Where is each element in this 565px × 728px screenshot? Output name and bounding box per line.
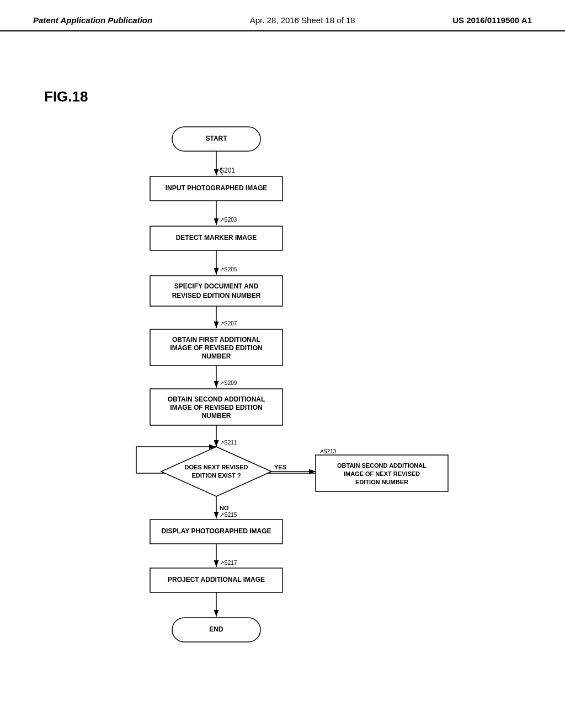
svg-text:INPUT PHOTOGRAPHED IMAGE: INPUT PHOTOGRAPHED IMAGE (166, 184, 267, 192)
svg-text:DETECT MARKER IMAGE: DETECT MARKER IMAGE (176, 234, 257, 242)
svg-text:IMAGE OF NEXT REVISED: IMAGE OF NEXT REVISED (344, 470, 420, 477)
svg-text:END: END (209, 625, 223, 633)
svg-text:↗S205: ↗S205 (220, 266, 237, 272)
svg-text:NUMBER: NUMBER (202, 412, 231, 420)
svg-text:REVISED EDITION NUMBER: REVISED EDITION NUMBER (172, 292, 261, 299)
svg-text:↗S215: ↗S215 (220, 512, 237, 518)
svg-text:↗S207: ↗S207 (220, 320, 237, 326)
page-header: Patent Application Publication Apr. 28, … (0, 0, 565, 31)
header-publication: Patent Application Publication (33, 15, 152, 25)
fig-label: FIG.18 (44, 88, 88, 105)
svg-text:↗S213: ↗S213 (319, 448, 337, 454)
svg-text:START: START (205, 135, 227, 142)
svg-text:↗S217: ↗S217 (220, 560, 237, 566)
svg-text:YES: YES (274, 464, 286, 470)
svg-text:DOES NEXT REVISED: DOES NEXT REVISED (185, 464, 248, 470)
svg-text:↗: ↗ (218, 166, 222, 172)
svg-text:EDITION EXIST ?: EDITION EXIST ? (191, 472, 241, 479)
svg-text:EDITION NUMBER: EDITION NUMBER (355, 479, 408, 485)
flowchart: START S201 ↗ INPUT PHOTOGRAPHED IMAGE ↗S… (0, 116, 565, 700)
svg-text:IMAGE OF REVISED EDITION: IMAGE OF REVISED EDITION (170, 404, 262, 411)
svg-text:OBTAIN SECOND ADDITIONAL: OBTAIN SECOND ADDITIONAL (337, 462, 427, 469)
svg-text:↗S211: ↗S211 (220, 440, 237, 446)
svg-text:NUMBER: NUMBER (202, 352, 231, 360)
svg-text:PROJECT ADDITIONAL IMAGE: PROJECT ADDITIONAL IMAGE (168, 576, 265, 584)
svg-text:↗S209: ↗S209 (220, 380, 237, 386)
header-date-sheet: Apr. 28, 2016 Sheet 18 of 18 (250, 15, 355, 25)
svg-text:↗S203: ↗S203 (220, 217, 237, 223)
svg-rect-14 (150, 276, 282, 306)
svg-text:DISPLAY PHOTOGRAPHED IMAGE: DISPLAY PHOTOGRAPHED IMAGE (161, 527, 271, 535)
header-patent-number: US 2016/0119500 A1 (452, 15, 532, 25)
svg-text:OBTAIN FIRST ADDITIONAL: OBTAIN FIRST ADDITIONAL (172, 336, 260, 344)
svg-text:SPECIFY DOCUMENT AND: SPECIFY DOCUMENT AND (174, 282, 259, 290)
svg-text:IMAGE OF REVISED EDITION: IMAGE OF REVISED EDITION (170, 344, 262, 352)
svg-text:OBTAIN SECOND ADDITIONAL: OBTAIN SECOND ADDITIONAL (168, 395, 265, 403)
svg-text:NO: NO (220, 505, 229, 511)
